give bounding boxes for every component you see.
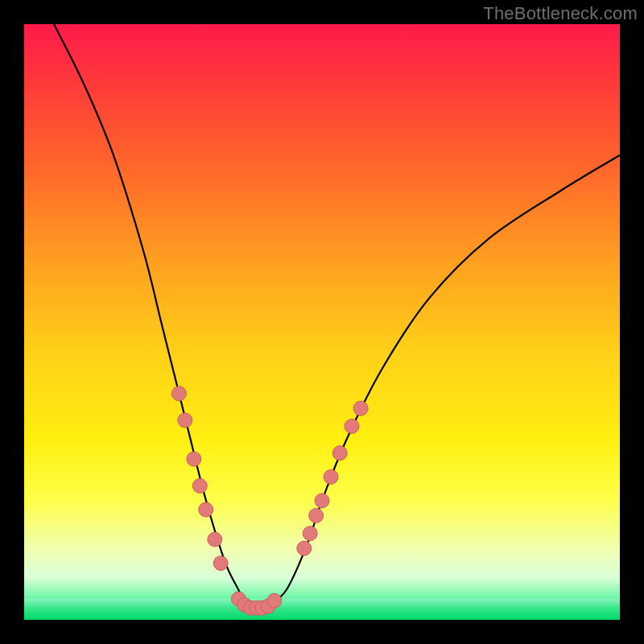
data-marker: [199, 502, 213, 517]
watermark-text: TheBottleneck.com: [483, 3, 638, 24]
data-marker: [192, 479, 207, 493]
data-marker: [309, 509, 324, 523]
data-marker: [303, 526, 317, 541]
data-markers: [171, 386, 368, 615]
data-marker: [208, 532, 222, 547]
plot-area: [24, 24, 620, 620]
chart-frame: TheBottleneck.com: [0, 0, 644, 644]
data-marker: [345, 419, 359, 434]
bottleneck-curve-svg: [24, 24, 620, 620]
data-marker: [297, 541, 312, 555]
data-marker: [171, 386, 186, 401]
data-marker: [332, 446, 347, 460]
data-marker: [267, 593, 282, 608]
data-marker: [353, 401, 368, 415]
data-marker: [187, 452, 201, 466]
data-marker: [324, 469, 338, 484]
data-marker: [213, 556, 228, 571]
data-marker: [315, 493, 329, 508]
bottleneck-curve: [54, 24, 620, 609]
data-marker: [178, 413, 192, 427]
